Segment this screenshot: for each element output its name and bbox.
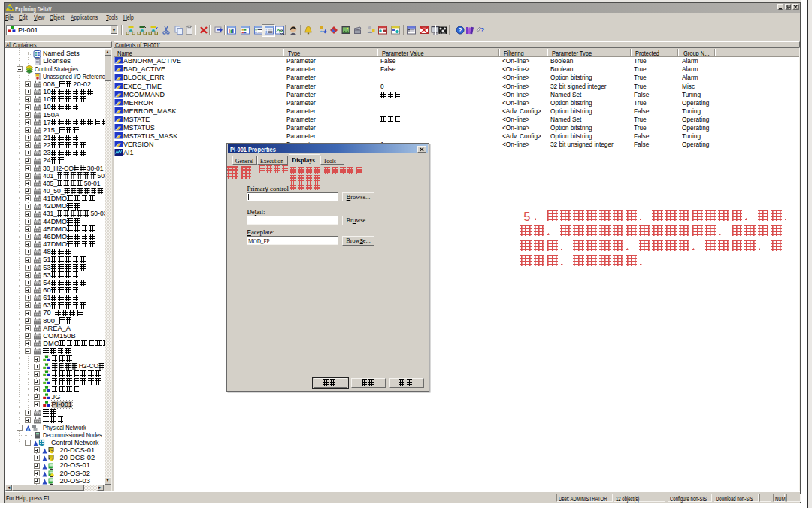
svg-text:?: ?	[480, 26, 484, 34]
svg-text:?: ?	[50, 457, 53, 461]
svg-text:?: ?	[458, 26, 462, 34]
svg-text:?: ?	[50, 449, 53, 454]
